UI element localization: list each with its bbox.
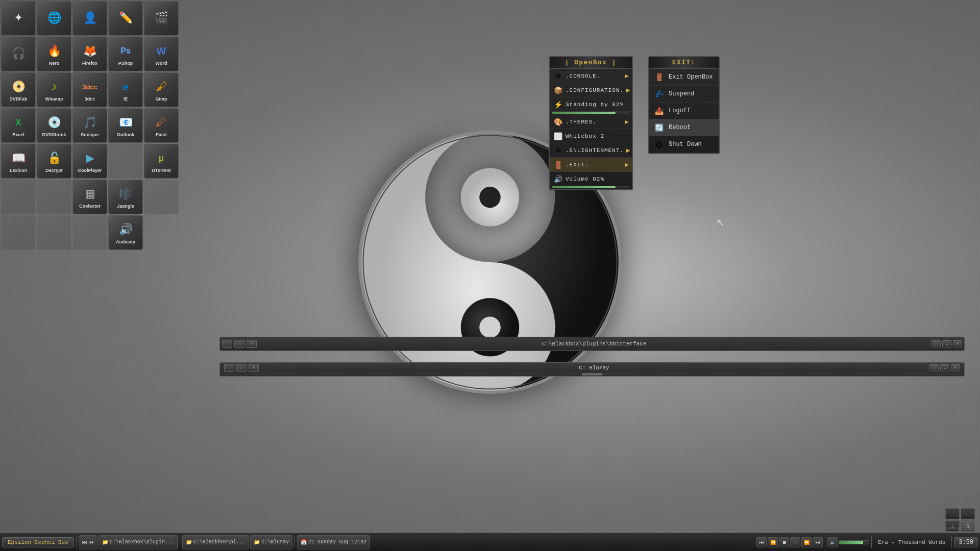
openbox-menu-title: | OpenBox | bbox=[550, 57, 632, 69]
icon-headphone[interactable]: 🎧 bbox=[1, 37, 36, 71]
icon-decrypt[interactable]: 🔓 Decrypt bbox=[37, 144, 71, 179]
exit-item-logoff[interactable]: 📤 Logoff bbox=[649, 103, 719, 119]
icon-ie[interactable]: e IE bbox=[108, 72, 143, 107]
icon-coolplayer[interactable]: ▶ CoolPlayer bbox=[72, 144, 107, 179]
tb-window-1[interactable]: 📁 C:\Blackbox\plugin... bbox=[99, 535, 178, 549]
exit-item-shutdown[interactable]: ⏻ Shut Down bbox=[649, 136, 719, 153]
win-minimize-btn-2[interactable]: _ bbox=[224, 364, 234, 372]
icon-share[interactable]: ✦ bbox=[1, 1, 36, 36]
icon-utorrent-label: UTorrent bbox=[152, 168, 170, 173]
win-restore-btn-1[interactable]: □ bbox=[234, 340, 244, 348]
standingby-progress-bar bbox=[552, 112, 630, 114]
edit-icon: ✏️ bbox=[116, 9, 135, 27]
icon-video[interactable]: 🎬 bbox=[144, 1, 179, 36]
icon-person[interactable]: 👤 bbox=[72, 1, 107, 36]
volume-fill bbox=[839, 541, 863, 544]
icon-globe[interactable]: 🌐 bbox=[37, 1, 71, 36]
media-stop-button[interactable]: ⏹ bbox=[779, 537, 789, 547]
win-ctrl-2c[interactable]: ✕ bbox=[951, 364, 960, 371]
taskbar-sep-1 bbox=[76, 536, 77, 548]
win-ctrl-1c[interactable]: ✕ bbox=[953, 340, 962, 347]
win-minimize-btn-1[interactable]: _ bbox=[222, 340, 232, 348]
menu-item-enlightenment[interactable]: ☀ .ENLIGHTENMENT. ▶ bbox=[550, 143, 632, 158]
enlightenment-label: .ENLIGHTENMENT. bbox=[566, 147, 624, 154]
media-sep bbox=[825, 536, 825, 548]
icon-jaangle-label: Jaangle bbox=[117, 204, 134, 209]
media-next-button[interactable]: ⏭ bbox=[813, 537, 823, 547]
icon-pshop[interactable]: Ps PShop bbox=[108, 37, 143, 71]
workspace-btn-1[interactable] bbox=[945, 508, 960, 519]
menu-item-standingby[interactable]: ⚡ Standing by 82% bbox=[550, 97, 632, 112]
tb-datetime: 📅 21 Sunday Aug 12:32 bbox=[297, 535, 370, 549]
icon-paint[interactable]: 🖊 Paint bbox=[144, 108, 179, 143]
exit-openbox-icon: 🚪 bbox=[653, 71, 665, 83]
menu-item-console[interactable]: ⚙ .CONSOLE. ▶ bbox=[550, 69, 632, 83]
video-icon: 🎬 bbox=[152, 9, 170, 27]
window-bbinterface: _ □ ✕ C:\Blackbox\plugins\bbinterface □ … bbox=[219, 337, 965, 351]
song-info: Era - Thousand Words bbox=[874, 539, 949, 545]
icon-jaangle[interactable]: 🎼 Jaangle bbox=[108, 180, 143, 214]
win-close-btn-2[interactable]: ✕ bbox=[249, 364, 259, 372]
tb-media-prev-btn[interactable]: ⏮ ⏮ bbox=[79, 535, 97, 549]
win-ctrl-2a[interactable]: □ bbox=[929, 364, 939, 371]
taskbar: Epsilon Cephei Box ⏮ ⏮ 📁 C:\Blackbox\plu… bbox=[0, 533, 980, 551]
icon-utorrent[interactable]: µ UTorrent bbox=[144, 144, 179, 179]
tb-window-3[interactable]: 📁 C:\Bluray bbox=[250, 535, 292, 549]
icon-dvdshrink[interactable]: 💿 DVDShrink bbox=[37, 108, 71, 143]
tb-window-2[interactable]: 📁 C:\Blackbox\pl... bbox=[182, 535, 249, 549]
win-ctrl-2b[interactable]: – bbox=[940, 364, 949, 371]
win-ctrl-1b[interactable]: – bbox=[942, 340, 951, 347]
icon-word[interactable]: W Word bbox=[144, 37, 179, 71]
icon-coolector[interactable]: ▦ Coolector bbox=[72, 180, 107, 214]
exit-submenu-title: EXIT: bbox=[649, 57, 719, 69]
media-prev-icon: ⏮ bbox=[82, 539, 87, 545]
media-rw-button[interactable]: ⏪ bbox=[768, 537, 778, 547]
icon-outlook[interactable]: 📧 Outlook bbox=[108, 108, 143, 143]
icon-gimp[interactable]: 🖌 Gimp bbox=[144, 72, 179, 107]
menu-item-volume[interactable]: 🔊 Volume 82% bbox=[550, 172, 632, 186]
themes-label: .THEMES. bbox=[566, 119, 622, 125]
volume-bar[interactable] bbox=[839, 540, 869, 544]
nero-icon: 🔥 bbox=[45, 42, 63, 60]
icon-3dcc[interactable]: 3dcc 3dcc bbox=[72, 72, 107, 107]
start-button[interactable]: Epsilon Cephei Box bbox=[2, 537, 74, 547]
icon-excel[interactable]: X Excel bbox=[1, 108, 36, 143]
icon-audacity[interactable]: 🔊 Audacity bbox=[108, 215, 143, 250]
icon-nero[interactable]: 🔥 Nero bbox=[37, 37, 71, 71]
workspace-btn-2[interactable] bbox=[961, 508, 975, 519]
icon-winamp[interactable]: ♪ Winamp bbox=[37, 72, 71, 107]
icon-grid: ✦ 🌐 👤 ✏️ 🎬 🎧 🔥 Nero 🦊 Firefox Ps PShop W… bbox=[0, 0, 209, 251]
menu-item-exit[interactable]: 🚪 .EXIT. ▶ bbox=[550, 158, 632, 172]
menu-item-themes[interactable]: 🎨 .THEMES. ▶ bbox=[550, 115, 632, 129]
clock: 3:50 bbox=[954, 537, 978, 547]
svg-point-3 bbox=[479, 187, 501, 208]
menu-item-configuration[interactable]: 📦 .CONFIGURATION. ▶ bbox=[550, 83, 632, 97]
icon-sonique[interactable]: 🎵 Sonique bbox=[72, 108, 107, 143]
icon-firefox[interactable]: 🦊 Firefox bbox=[72, 37, 107, 71]
media-pause-button[interactable]: ⏸ bbox=[790, 537, 800, 547]
suspend-icon: 💤 bbox=[653, 88, 665, 99]
win-ctrl-1a[interactable]: □ bbox=[932, 340, 941, 347]
win-controls-1: □ – ✕ bbox=[932, 340, 964, 347]
icon-3dcc-label: 3dcc bbox=[85, 97, 95, 102]
icon-dvdfab[interactable]: 📀 DVDFab bbox=[1, 72, 36, 107]
icon-coolector-label: Coolector bbox=[79, 204, 101, 209]
exit-submenu: EXIT: 🚪 Exit OpenBox 💤 Suspend 📤 Logoff … bbox=[648, 56, 720, 154]
win-restore-btn-2[interactable]: □ bbox=[236, 364, 247, 372]
media-vol-button[interactable]: 🔉 bbox=[827, 537, 838, 547]
standingby-label: Standing by 82% bbox=[566, 102, 629, 108]
enlightenment-icon: ☀ bbox=[553, 145, 563, 156]
icon-edit[interactable]: ✏️ bbox=[108, 1, 143, 36]
exit-item-reboot[interactable]: 🔄 Reboot bbox=[649, 119, 719, 136]
media-prev-button[interactable]: ⏮ bbox=[756, 537, 767, 547]
exit-item-suspend[interactable]: 💤 Suspend bbox=[649, 86, 719, 103]
win-close-btn-1[interactable]: ✕ bbox=[247, 340, 257, 348]
menu-item-whitebox2[interactable]: ⬜ Whitebox 2 bbox=[550, 129, 632, 143]
icon-gimp-label: Gimp bbox=[155, 97, 167, 102]
window-bluray: _ □ ✕ C: Bluray □ – ✕ bbox=[219, 362, 965, 377]
exit-item-openbox[interactable]: 🚪 Exit OpenBox bbox=[649, 69, 719, 86]
media-ff-button[interactable]: ⏩ bbox=[801, 537, 812, 547]
win-scroll-thumb-2[interactable] bbox=[582, 373, 602, 375]
icon-lexicon[interactable]: 📖 Lexicon bbox=[1, 144, 36, 179]
whitebox2-label: Whitebox 2 bbox=[566, 133, 629, 139]
